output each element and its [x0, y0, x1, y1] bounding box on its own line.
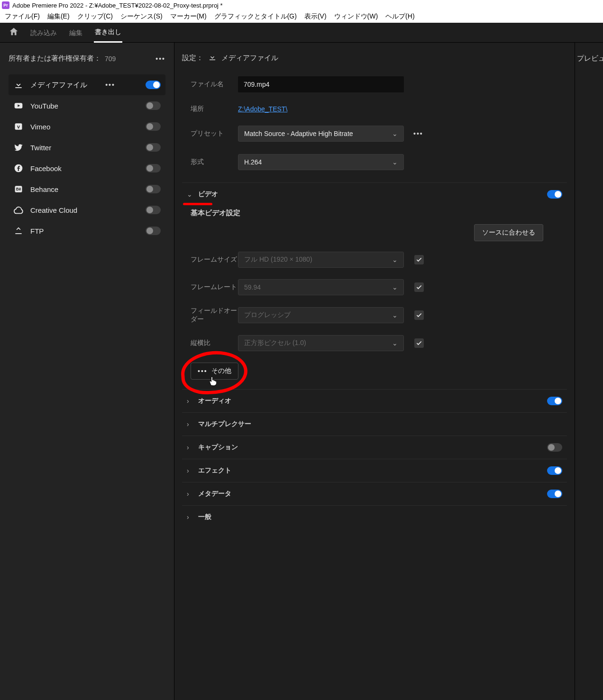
dest-toggle[interactable]	[146, 164, 161, 173]
creative-cloud-icon	[13, 205, 24, 215]
section-header-effect[interactable]: › エフェクト	[182, 459, 567, 482]
frame-rate-value: 59.94	[244, 283, 261, 291]
menu-clip[interactable]: クリップ(C)	[73, 11, 117, 22]
section-header-mux[interactable]: › マルチプレクサー	[182, 413, 567, 436]
section-toggle[interactable]	[547, 190, 562, 199]
dest-label: Behance	[30, 185, 58, 193]
section-toggle[interactable]	[547, 466, 562, 475]
dest-creative-cloud[interactable]: Creative Cloud	[9, 200, 165, 220]
format-label: 形式	[191, 158, 238, 166]
preset-more-icon[interactable]: •••	[413, 130, 423, 137]
frame-rate-select[interactable]: 59.94⌄	[238, 279, 404, 295]
preset-value: Match Source - Adaptive High Bitrate	[244, 130, 353, 137]
field-order-label: フィールドオーダー	[191, 307, 238, 324]
settings-panel: 設定： メディアファイル ファイル名 場所 Z:\Adobe_TEST\ プリセ…	[174, 43, 575, 700]
dest-toggle[interactable]	[146, 101, 161, 110]
section-header-audio[interactable]: › オーディオ	[182, 390, 567, 412]
section-label: ビデオ	[198, 190, 218, 199]
dest-toggle[interactable]	[146, 143, 161, 152]
section-video: ⌄ ビデオ 基本ビデオ設定 ソースに合わせる フレームサイズ フル HD (19…	[182, 182, 567, 389]
dest-media-file[interactable]: メディアファイル •••	[9, 74, 165, 95]
menu-window[interactable]: ウィンドウ(W)	[330, 11, 382, 22]
chevron-right-icon: ›	[187, 513, 193, 521]
behance-icon: Bē	[13, 184, 24, 194]
dest-vimeo[interactable]: v Vimeo	[9, 116, 165, 137]
tab-import[interactable]: 読み込み	[29, 23, 58, 42]
dest-toggle[interactable]	[146, 122, 161, 131]
section-effect: › エフェクト	[182, 459, 567, 482]
cursor-hand-icon	[209, 376, 217, 386]
section-header-metadata[interactable]: › メタデータ	[182, 482, 567, 505]
match-source-button[interactable]: ソースに合わせる	[474, 224, 543, 241]
aspect-select[interactable]: 正方形ピクセル (1.0)⌄	[238, 335, 404, 351]
frame-size-select[interactable]: フル HD (1920 × 1080)⌄	[238, 252, 404, 268]
home-icon[interactable]	[9, 27, 19, 38]
frame-rate-label: フレームレート	[191, 283, 238, 291]
menu-marker[interactable]: マーカー(M)	[166, 11, 210, 22]
chevron-down-icon: ⌄	[392, 283, 398, 291]
menu-graphics[interactable]: グラフィックとタイトル(G)	[210, 11, 301, 22]
section-toggle[interactable]	[547, 443, 562, 452]
section-label: オーディオ	[198, 397, 231, 405]
format-select[interactable]: H.264 ⌄	[238, 154, 404, 170]
section-toggle[interactable]	[547, 397, 562, 405]
window-title: Adobe Premiere Pro 2022 - Z:¥Adobe_TEST¥…	[12, 2, 223, 9]
dest-twitter[interactable]: Twitter	[9, 137, 165, 158]
section-header-video[interactable]: ⌄ ビデオ	[182, 183, 567, 206]
section-label: キャプション	[198, 443, 238, 452]
more-dots-icon: •••	[198, 367, 208, 375]
frame-rate-check[interactable]	[414, 282, 424, 292]
dest-ftp[interactable]: FTP	[9, 220, 165, 241]
location-link[interactable]: Z:\Adobe_TEST\	[238, 105, 287, 113]
dest-toggle[interactable]	[146, 81, 161, 89]
menu-edit[interactable]: 編集(E)	[44, 11, 73, 22]
top-tabs: 読み込み 編集 書き出し	[0, 23, 603, 43]
menu-view[interactable]: 表示(V)	[301, 11, 330, 22]
section-label: メタデータ	[198, 490, 231, 498]
chevron-right-icon: ›	[187, 467, 193, 474]
owner-label: 所有者または著作権保有者：	[9, 54, 101, 63]
annotation-underline	[183, 203, 212, 205]
titlebar: Pr Adobe Premiere Pro 2022 - Z:¥Adobe_TE…	[0, 0, 603, 10]
section-header-caption[interactable]: › キャプション	[182, 436, 567, 459]
section-toggle[interactable]	[547, 490, 562, 498]
field-order-select[interactable]: プログレッシブ⌄	[238, 307, 404, 323]
section-header-general[interactable]: › 一般	[182, 506, 567, 528]
location-label: 場所	[191, 105, 238, 113]
dest-youtube[interactable]: YouTube	[9, 95, 165, 116]
chevron-down-icon: ⌄	[187, 191, 193, 198]
file-name-input[interactable]	[238, 76, 404, 92]
dest-facebook[interactable]: Facebook	[9, 158, 165, 179]
owner-more-icon[interactable]: •••	[155, 55, 165, 63]
tab-edit[interactable]: 編集	[68, 23, 83, 42]
menu-help[interactable]: ヘルプ(H)	[382, 11, 418, 22]
dest-toggle[interactable]	[146, 206, 161, 214]
preset-select[interactable]: Match Source - Adaptive High Bitrate ⌄	[238, 126, 404, 142]
dest-toggle[interactable]	[146, 227, 161, 235]
dest-behance[interactable]: Bē Behance	[9, 179, 165, 200]
section-label: 一般	[198, 513, 211, 521]
dest-label: FTP	[30, 227, 44, 235]
settings-dest-name: メディアファイル	[221, 54, 278, 63]
basic-video-label: 基本ビデオ設定	[182, 206, 567, 224]
chevron-down-icon: ⌄	[392, 256, 398, 264]
section-mux: › マルチプレクサー	[182, 412, 567, 436]
menu-file[interactable]: ファイル(F)	[1, 11, 44, 22]
preview-panel: プレビュ	[575, 43, 603, 700]
section-metadata: › メタデータ	[182, 482, 567, 505]
section-label: エフェクト	[198, 466, 231, 475]
section-label: マルチプレクサー	[198, 420, 251, 428]
frame-size-check[interactable]	[414, 255, 424, 264]
menu-sequence[interactable]: シーケンス(S)	[117, 11, 166, 22]
field-order-check[interactable]	[414, 310, 424, 320]
dest-label: Creative Cloud	[30, 206, 77, 214]
youtube-icon	[13, 100, 24, 111]
chevron-down-icon: ⌄	[392, 130, 398, 137]
download-icon	[13, 80, 24, 90]
dest-toggle[interactable]	[146, 185, 161, 193]
chevron-down-icon: ⌄	[392, 311, 398, 319]
aspect-check[interactable]	[414, 338, 424, 348]
tab-export[interactable]: 書き出し	[94, 22, 122, 43]
preset-label: プリセット	[191, 129, 238, 138]
dest-more-icon[interactable]: •••	[105, 81, 115, 89]
